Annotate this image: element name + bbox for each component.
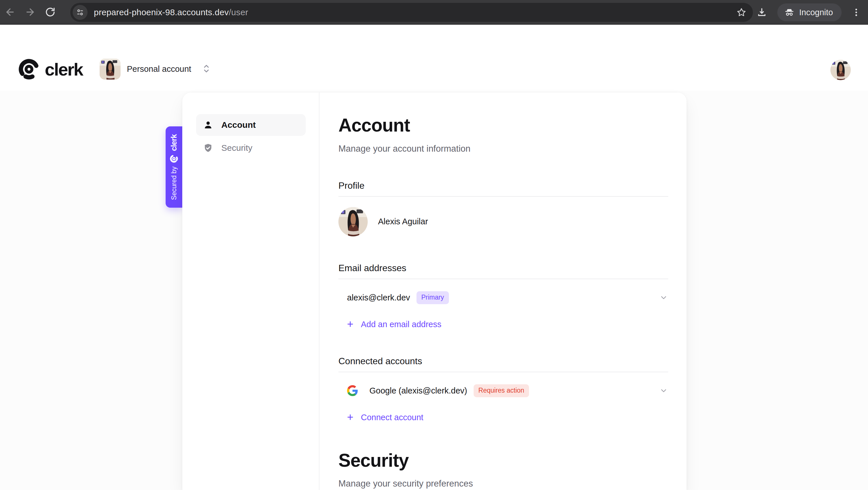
clerk-wordmark: clerk [45, 59, 83, 80]
up-down-carets-icon [203, 63, 210, 75]
incognito-label: Incognito [799, 8, 833, 17]
profile-row[interactable]: Alexis Aguilar [338, 207, 668, 236]
plus-icon: + [347, 319, 353, 329]
security-section: Security Manage your security preference… [338, 450, 668, 489]
sidebar-item-label: Account [221, 120, 256, 130]
profile-name: Alexis Aguilar [378, 217, 428, 226]
incognito-icon [784, 7, 795, 18]
switcher-label: Personal account [127, 64, 191, 74]
url-path: /user [229, 7, 248, 17]
downloads-icon[interactable] [754, 4, 770, 20]
secured-by-clerk-ribbon[interactable]: Secured by clerk [166, 126, 182, 208]
connected-account-name: Google (alexis@clerk.dev) [369, 386, 467, 396]
connected-account-row[interactable]: Google (alexis@clerk.dev) Requires actio… [338, 384, 668, 397]
browser-reload-button[interactable] [40, 2, 60, 22]
connected-accounts-heading: Connected accounts [338, 356, 668, 372]
profile-avatar [338, 207, 368, 236]
clerk-ribbon-logo-icon [169, 154, 178, 163]
sidebar-item-account[interactable]: Account [196, 114, 306, 136]
account-subtitle: Manage your account information [338, 144, 668, 154]
connect-account-button[interactable]: + Connect account [338, 413, 668, 423]
incognito-badge[interactable]: Incognito [777, 3, 842, 21]
browser-menu-icon[interactable] [849, 4, 863, 20]
user-profile-card: Account Security Account Manage your acc… [182, 92, 687, 490]
bookmark-star-icon[interactable] [734, 5, 749, 20]
card-sidebar: Account Security [182, 92, 319, 490]
person-icon [203, 120, 213, 130]
switcher-avatar [100, 59, 121, 80]
browser-toolbar: prepared-phoenix-98.accounts.dev/user In… [0, 0, 868, 25]
clerk-logo: clerk [18, 58, 83, 80]
clerk-logo-icon [18, 58, 40, 80]
url-text: prepared-phoenix-98.accounts.dev/user [94, 7, 248, 17]
email-addresses-section: Email addresses alexis@clerk.dev Primary… [338, 263, 668, 329]
page-title-security: Security [338, 450, 668, 471]
chevron-down-icon[interactable] [659, 386, 668, 395]
app-header: clerk Personal account [0, 25, 868, 91]
ribbon-brand-label: clerk [169, 134, 179, 151]
profile-section: Profile Alexis Aguilar [338, 180, 668, 236]
page-title-account: Account [338, 115, 668, 136]
site-info-icon[interactable] [73, 5, 88, 20]
profile-heading: Profile [338, 180, 668, 197]
email-address: alexis@clerk.dev [347, 293, 410, 302]
url-domain: prepared-phoenix-98.accounts.dev [94, 7, 229, 17]
browser-back-button[interactable] [0, 2, 20, 22]
add-email-label: Add an email address [361, 320, 441, 329]
chevron-down-icon[interactable] [659, 293, 668, 302]
browser-forward-button[interactable] [20, 2, 40, 22]
card-main: Account Manage your account information … [319, 92, 687, 490]
sidebar-item-security[interactable]: Security [196, 137, 306, 159]
email-addresses-heading: Email addresses [338, 263, 668, 279]
user-avatar-button[interactable] [830, 60, 851, 80]
address-bar[interactable]: prepared-phoenix-98.accounts.dev/user [70, 3, 753, 22]
sidebar-item-label: Security [221, 143, 252, 153]
security-subtitle: Manage your security preferences [338, 479, 668, 489]
connect-account-label: Connect account [361, 413, 423, 422]
connected-accounts-section: Connected accounts Google (alexis@clerk.… [338, 356, 668, 423]
plus-icon: + [347, 411, 353, 423]
google-icon [347, 384, 359, 397]
requires-action-badge: Requires action [474, 384, 529, 397]
add-email-button[interactable]: + Add an email address [338, 320, 668, 329]
account-switcher[interactable]: Personal account [100, 59, 210, 80]
shield-check-icon [203, 143, 213, 153]
email-row[interactable]: alexis@clerk.dev Primary [338, 291, 668, 304]
secured-by-label: Secured by [170, 166, 178, 200]
primary-badge: Primary [416, 291, 449, 304]
